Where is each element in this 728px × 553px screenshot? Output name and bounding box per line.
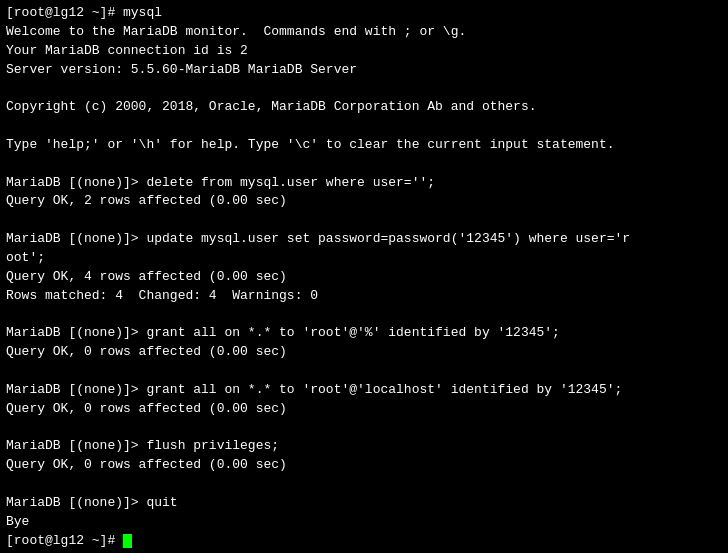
terminal-line: MariaDB [(none)]> grant all on *.* to 'r…: [6, 324, 722, 343]
terminal-line: Query OK, 2 rows affected (0.00 sec): [6, 192, 722, 211]
terminal-line: [6, 306, 722, 325]
terminal-line: [root@lg12 ~]#: [6, 532, 722, 551]
terminal-line: [root@lg12 ~]# mysql: [6, 4, 722, 23]
terminal-line: Welcome to the MariaDB monitor. Commands…: [6, 23, 722, 42]
terminal-line: Your MariaDB connection id is 2: [6, 42, 722, 61]
terminal-line: Server version: 5.5.60-MariaDB MariaDB S…: [6, 61, 722, 80]
terminal-line: [6, 211, 722, 230]
terminal-line: [6, 79, 722, 98]
terminal-line: Bye: [6, 513, 722, 532]
terminal: [root@lg12 ~]# mysqlWelcome to the Maria…: [6, 4, 722, 550]
terminal-line: [6, 362, 722, 381]
terminal-line: Query OK, 0 rows affected (0.00 sec): [6, 343, 722, 362]
terminal-line: Copyright (c) 2000, 2018, Oracle, MariaD…: [6, 98, 722, 117]
terminal-cursor: [123, 534, 132, 548]
terminal-line: [6, 419, 722, 438]
terminal-line: MariaDB [(none)]> delete from mysql.user…: [6, 174, 722, 193]
terminal-line: MariaDB [(none)]> quit: [6, 494, 722, 513]
terminal-line: Rows matched: 4 Changed: 4 Warnings: 0: [6, 287, 722, 306]
terminal-line: Query OK, 0 rows affected (0.00 sec): [6, 400, 722, 419]
terminal-line: MariaDB [(none)]> update mysql.user set …: [6, 230, 722, 249]
terminal-line: MariaDB [(none)]> grant all on *.* to 'r…: [6, 381, 722, 400]
terminal-line: Query OK, 0 rows affected (0.00 sec): [6, 456, 722, 475]
terminal-line: [6, 117, 722, 136]
terminal-line: MariaDB [(none)]> flush privileges;: [6, 437, 722, 456]
terminal-line: [6, 155, 722, 174]
terminal-line: Query OK, 4 rows affected (0.00 sec): [6, 268, 722, 287]
terminal-line: [6, 475, 722, 494]
terminal-line: oot';: [6, 249, 722, 268]
terminal-line: Type 'help;' or '\h' for help. Type '\c'…: [6, 136, 722, 155]
